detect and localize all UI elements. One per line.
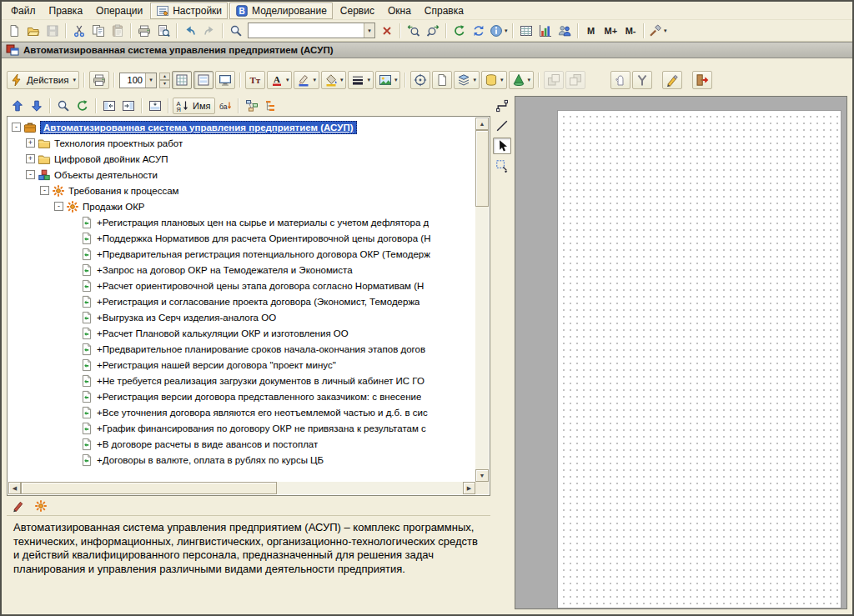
scroll-track[interactable] <box>475 130 489 469</box>
zoom-increment-button[interactable]: ▴ <box>159 73 170 81</box>
menu-help[interactable]: Справка <box>419 3 470 18</box>
actions-button[interactable]: Действия▾ <box>7 71 79 89</box>
tree-item[interactable]: +Предварительное планирование сроков нач… <box>8 341 475 357</box>
sort-az-button[interactable]: ба <box>216 98 234 114</box>
collapse-toggle[interactable]: - <box>12 123 21 132</box>
hand-pointer-button[interactable] <box>610 71 630 89</box>
zoom-dropdown-button[interactable]: ▾ <box>145 73 156 88</box>
layers-button[interactable]: ▾ <box>454 71 480 89</box>
memory-m-button[interactable]: М <box>582 23 600 39</box>
fill-color-button[interactable]: ▾ <box>321 71 347 89</box>
line-style-button[interactable]: ▾ <box>348 71 374 89</box>
tree-item[interactable]: +Регистрация нашей версии договора "прое… <box>8 357 475 373</box>
paint-brush-button[interactable] <box>662 71 682 89</box>
grid-toggle-button[interactable] <box>172 71 192 89</box>
tools-button[interactable]: ▾ <box>648 23 668 39</box>
tree-item[interactable]: +Технология проектных работ <box>8 135 475 151</box>
relations-button[interactable] <box>243 98 261 114</box>
insert-picture-button[interactable]: ▾ <box>375 71 401 89</box>
zoom-decrement-button[interactable]: ▾ <box>159 80 170 88</box>
transform-tool-button[interactable] <box>493 158 511 174</box>
move-down-button[interactable] <box>28 98 46 114</box>
tree-item[interactable]: -Автоматизированная система управления п… <box>8 119 475 135</box>
print-button[interactable] <box>135 23 153 39</box>
menu-operations[interactable]: Операции <box>90 3 148 18</box>
users-button[interactable] <box>555 23 574 39</box>
table-button[interactable] <box>517 23 535 39</box>
tree-item[interactable]: +Регистрация плановых цен на сырье и мат… <box>8 214 475 230</box>
tree-item[interactable]: +Договоры в валюте, оплата в рублях по к… <box>8 452 475 468</box>
preview-panel-button[interactable] <box>146 98 164 114</box>
expand-toggle[interactable]: + <box>26 138 35 148</box>
cone-button[interactable]: ▾ <box>509 71 535 89</box>
collapse-toggle[interactable]: - <box>26 170 35 179</box>
tree-item[interactable]: +Выгрузка из Серч изделия-аналога ОО <box>8 309 475 325</box>
branch-tool-button[interactable] <box>632 71 652 89</box>
cut-button[interactable] <box>70 23 88 39</box>
find-button[interactable] <box>54 98 73 114</box>
tree-item[interactable]: +Расчет ориентировочной цены этапа догов… <box>8 278 475 293</box>
tree-item[interactable]: +График финансирования по договору ОКР н… <box>8 420 475 436</box>
search-dropdown-button[interactable]: ▾ <box>364 23 374 38</box>
tree-horizontal-scrollbar[interactable]: ◀ ▶ <box>8 482 475 494</box>
collapse-toggle[interactable]: - <box>54 202 63 211</box>
copy-button[interactable] <box>89 23 108 39</box>
text-format-button[interactable]: Тт <box>245 71 265 89</box>
tree-item[interactable]: +Все уточнения договора являются его нео… <box>8 404 475 420</box>
cylinder-button[interactable]: ▾ <box>481 71 507 89</box>
menu-edit[interactable]: Правка <box>43 3 89 18</box>
hierarchy-button[interactable] <box>262 98 280 114</box>
target-button[interactable] <box>410 71 430 89</box>
expand-panel-button[interactable] <box>119 98 138 114</box>
open-button[interactable] <box>24 23 43 39</box>
print-doc-button[interactable] <box>89 71 109 89</box>
move-up-button[interactable] <box>8 98 27 114</box>
menu-windows[interactable]: Окна <box>382 3 417 18</box>
sort-order-button[interactable]: АЯИмя <box>173 98 215 114</box>
tree-item[interactable]: +Запрос на договор ОКР на Темодежателя и… <box>8 262 475 278</box>
scroll-thumb[interactable] <box>475 130 489 207</box>
page-layout-button[interactable] <box>193 71 214 89</box>
blank-page-button[interactable] <box>432 71 452 89</box>
find-prev-button[interactable] <box>404 23 423 39</box>
highlight-color-button[interactable]: ▾ <box>294 71 319 89</box>
tree-item[interactable]: +Предварительная регистрация потенциальн… <box>8 246 475 262</box>
search-button[interactable] <box>227 23 245 39</box>
tree-vertical-scrollbar[interactable]: ▲ ▼ <box>475 118 489 482</box>
tree-item[interactable]: +Не требуется реализация загрузки докуме… <box>8 373 475 388</box>
clear-search-button[interactable] <box>378 23 396 39</box>
tree-item[interactable]: +Цифровой двойник АСУП <box>8 151 475 167</box>
memory-m-plus-button[interactable]: М+ <box>601 23 621 39</box>
tree-item[interactable]: +Расчет Плановой калькуляции ОКР и изгот… <box>8 325 475 341</box>
memory-m-minus-button[interactable]: М- <box>621 23 640 39</box>
tree-item[interactable]: +Регистрация версии договора представлен… <box>8 388 475 404</box>
refresh-button[interactable] <box>450 23 469 39</box>
print-preview-button[interactable] <box>154 23 173 39</box>
undo-button[interactable] <box>181 23 199 39</box>
tree-item[interactable]: +Регистрация и согласование проекта дого… <box>8 293 475 309</box>
zoom-value[interactable]: 100 <box>120 75 145 85</box>
pointer-tool-button[interactable] <box>493 138 511 154</box>
process-flower-button[interactable] <box>32 498 50 514</box>
diagram-canvas[interactable] <box>515 96 847 609</box>
exit-door-button[interactable] <box>692 71 712 89</box>
font-color-button[interactable]: А▾ <box>267 71 293 89</box>
menu-file[interactable]: Файл <box>5 3 42 18</box>
screen-preview-button[interactable] <box>215 71 235 89</box>
scroll-down-button[interactable]: ▼ <box>475 469 489 482</box>
refresh-tree-button[interactable] <box>73 98 92 114</box>
menu-service[interactable]: Сервис <box>334 3 380 18</box>
scroll-thumb-horizontal[interactable] <box>21 482 277 494</box>
scroll-track-horizontal[interactable] <box>21 482 463 494</box>
info-button[interactable]: ▾ <box>489 23 509 39</box>
tree-item[interactable]: +Поддержка Нормативов для расчета Ориент… <box>8 230 475 246</box>
scroll-right-button[interactable]: ▶ <box>463 482 475 494</box>
tree-item[interactable]: +В договоре расчеты в виде авансов и пос… <box>8 436 475 452</box>
search-input[interactable] <box>249 24 364 37</box>
scroll-up-button[interactable]: ▲ <box>475 118 489 130</box>
new-document-button[interactable] <box>5 23 23 39</box>
expand-toggle[interactable]: + <box>26 154 35 163</box>
tree-item[interactable]: -Продажи ОКР <box>8 198 475 214</box>
tree-item[interactable]: -Объекты деятельности <box>8 167 475 183</box>
chart-button[interactable] <box>536 23 555 39</box>
